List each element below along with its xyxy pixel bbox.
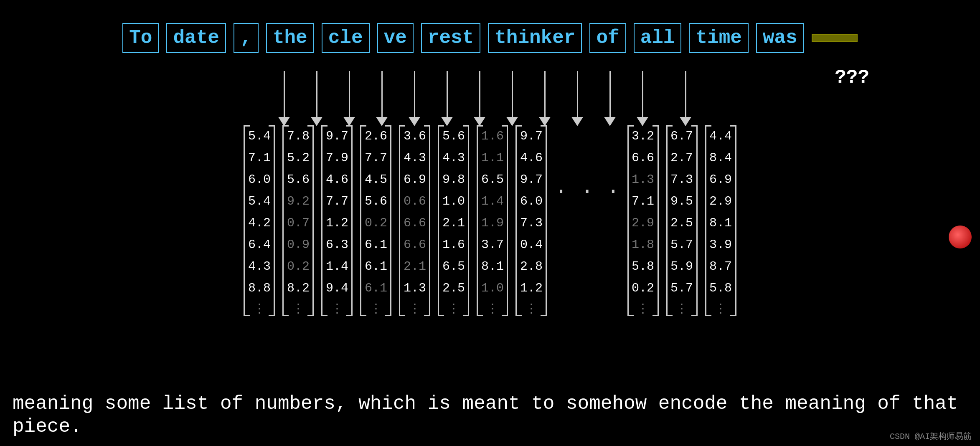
vector-value-9-2: 7.3 [670,169,693,190]
vector-value-9-6: 5.9 [670,256,693,277]
word-box-0: To [122,23,159,53]
vector-dots-4: ⋮ [403,301,426,316]
vector-dots-1: ⋮ [287,301,310,316]
vector-value-1-4: 0.7 [287,212,310,234]
vector-value-8-1: 6.6 [632,147,655,169]
arrow-0 [272,71,297,126]
word-box-9: all [634,23,682,53]
arrow-shaft-11 [642,71,643,117]
vector-value-1-3: 9.2 [287,190,310,212]
vector-value-6-1: 1.1 [481,147,504,169]
vector-value-7-4: 7.3 [520,212,543,234]
vector-value-1-2: 5.6 [287,169,310,190]
vector-value-1-7: 8.2 [287,277,310,299]
vector-value-1-6: 0.2 [287,256,310,277]
word-box-7: thinker [488,23,582,53]
vector-value-8-6: 5.8 [632,256,655,277]
vector-value-0-4: 4.2 [248,212,271,234]
arrow-shaft-4 [414,71,415,117]
word-box-8: of [589,23,626,53]
vector-value-10-0: 4.4 [709,125,732,147]
vector-value-0-3: 5.4 [248,190,271,212]
arrow-head-5 [441,117,453,126]
vector-value-3-4: 0.2 [364,212,387,234]
vector-value-5-0: 5.6 [442,125,465,147]
arrow-head-0 [278,117,290,126]
arrow-4 [402,71,427,126]
vector-value-3-3: 5.6 [364,190,387,212]
word-box-1: date [166,23,226,53]
vector-bracket-7: 9.74.69.76.07.30.42.81.2⋮ [515,125,547,316]
vector-value-8-3: 7.1 [632,190,655,212]
vector-dots-5: ⋮ [442,301,465,316]
vector-value-8-4: 2.9 [632,212,655,234]
arrow-shaft-0 [284,71,285,117]
vector-value-5-3: 1.0 [442,190,465,212]
vector-value-1-0: 7.8 [287,125,310,147]
vector-col-5: 5.64.39.81.02.11.66.52.5⋮ [438,125,469,316]
vector-value-5-5: 1.6 [442,234,465,256]
words-row: Todate,thecleverestthinkerofalltimewas [0,23,980,53]
vector-col-9: 6.72.77.39.52.55.75.95.7⋮ [666,125,698,316]
arrow-1 [304,71,329,126]
arrow-head-11 [637,117,648,126]
arrow-down-2 [343,71,355,126]
arrow-3 [369,71,394,126]
vector-value-3-1: 7.7 [364,147,387,169]
arrow-shaft-6 [479,71,480,117]
vector-value-10-7: 5.8 [709,277,732,299]
vector-col-6: 1.61.16.51.41.93.78.11.0⋮ [477,125,508,316]
vector-value-7-5: 0.4 [520,234,543,256]
vector-value-0-5: 6.4 [248,234,271,256]
vector-bracket-5: 5.64.39.81.02.11.66.52.5⋮ [438,125,469,316]
word-box-10: time [689,23,748,53]
ellipsis: · · · [554,125,619,204]
arrow-head-4 [409,117,420,126]
vector-col-4: 3.64.36.90.66.66.62.11.3⋮ [399,125,430,316]
vector-value-7-2: 9.7 [520,169,543,190]
arrow-head-10 [604,117,616,126]
arrow-10 [597,71,622,126]
vector-value-9-5: 5.7 [670,234,693,256]
arrow-shaft-2 [349,71,350,117]
arrow-head-3 [376,117,388,126]
vector-value-7-6: 2.8 [520,256,543,277]
arrow-shaft-12 [685,71,686,117]
vector-value-0-7: 8.8 [248,277,271,299]
arrow-down-11 [637,71,648,126]
vector-value-3-6: 6.1 [364,256,387,277]
vector-value-0-1: 7.1 [248,147,271,169]
vector-col-3: 2.67.74.55.60.26.16.16.1⋮ [360,125,391,316]
vector-col-10: 4.48.46.92.98.13.98.75.8⋮ [705,125,736,316]
arrow-7 [500,71,525,126]
vector-bracket-4: 3.64.36.90.66.66.62.11.3⋮ [399,125,430,316]
vector-dots-7: ⋮ [520,301,543,316]
arrow-down-3 [376,71,388,126]
vector-value-0-2: 6.0 [248,169,271,190]
vector-value-2-4: 1.2 [325,212,348,234]
vector-value-9-1: 2.7 [670,147,693,169]
vector-value-10-2: 6.9 [709,169,732,190]
word-box-5: ve [377,23,414,53]
arrow-shaft-1 [316,71,317,117]
vector-bracket-8: 3.26.61.37.12.91.85.80.2⋮ [627,125,659,316]
vector-value-7-0: 9.7 [520,125,543,147]
vector-col-1: 7.85.25.69.20.70.90.28.2⋮ [282,125,314,316]
arrow-8 [532,71,557,126]
vector-dots-3: ⋮ [364,301,387,316]
arrow-11 [630,71,655,126]
vector-value-9-0: 6.7 [670,125,693,147]
vector-value-5-2: 9.8 [442,169,465,190]
arrows-row [0,71,980,126]
vector-value-2-5: 6.3 [325,234,348,256]
arrow-shaft-5 [447,71,448,117]
word-box-4: cle [322,23,370,53]
vector-value-2-6: 1.4 [325,256,348,277]
vector-value-10-6: 8.7 [709,256,732,277]
word-box-12 [812,34,858,42]
vector-value-6-5: 3.7 [481,234,504,256]
arrow-head-9 [571,117,583,126]
vector-value-6-7: 1.0 [481,277,504,299]
vector-value-2-7: 9.4 [325,277,348,299]
arrow-shaft-3 [381,71,383,117]
